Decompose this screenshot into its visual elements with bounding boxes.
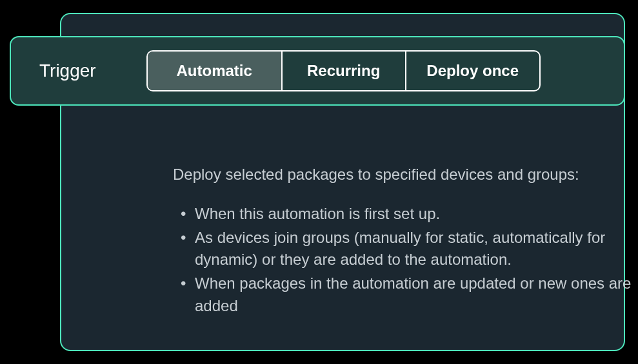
trigger-option-automatic[interactable]: Automatic [148, 52, 283, 90]
trigger-label: Trigger [39, 61, 96, 81]
list-item: When packages in the automation are upda… [192, 273, 637, 318]
trigger-bar: Trigger Automatic Recurring Deploy once [10, 36, 625, 106]
trigger-option-deploy-once[interactable]: Deploy once [406, 52, 539, 90]
description-intro: Deploy selected packages to specified de… [173, 164, 637, 186]
list-item: As devices join groups (manually for sta… [192, 227, 637, 272]
trigger-description: Deploy selected packages to specified de… [173, 164, 637, 319]
description-list: When this automation is first set up. As… [173, 203, 637, 318]
trigger-segmented-control: Automatic Recurring Deploy once [146, 50, 541, 91]
list-item: When this automation is first set up. [192, 203, 637, 225]
trigger-option-recurring[interactable]: Recurring [283, 52, 406, 90]
